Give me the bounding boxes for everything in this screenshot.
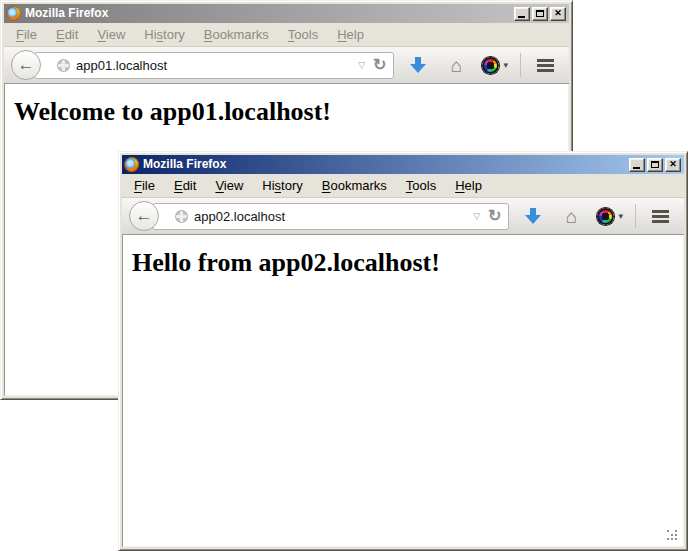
home-button[interactable]: ⌂ (557, 201, 585, 231)
back-arrow-icon: ← (18, 56, 35, 73)
back-arrow-icon: ← (136, 207, 153, 224)
url-dropdown-icon[interactable]: ▽ (473, 212, 480, 221)
toolbar-separator (520, 53, 521, 77)
color-wheel-icon (597, 208, 614, 225)
window-controls: ✕ (514, 7, 566, 21)
page-content: Hello from app02.localhost! (122, 235, 684, 547)
extension-button[interactable]: ▾ (595, 201, 625, 231)
maximize-icon (651, 161, 659, 168)
menu-view[interactable]: View (207, 176, 251, 195)
titlebar[interactable]: Mozilla Firefox ✕ (4, 4, 569, 23)
hamburger-icon (537, 59, 554, 72)
back-button[interactable]: ← (129, 201, 159, 231)
window-title: Mozilla Firefox (143, 155, 625, 174)
menu-edit[interactable]: Edit (48, 25, 86, 44)
globe-icon (175, 210, 188, 223)
download-arrow-icon (410, 64, 426, 73)
menu-history[interactable]: History (254, 176, 310, 195)
menu-bookmarks[interactable]: Bookmarks (196, 25, 277, 44)
menubar: File Edit View History Bookmarks Tools H… (122, 174, 684, 197)
menu-button[interactable] (531, 50, 559, 80)
menu-tools[interactable]: Tools (280, 25, 326, 44)
close-button[interactable]: ✕ (665, 158, 681, 172)
window-controls: ✕ (629, 158, 681, 172)
minimize-icon (633, 167, 640, 169)
url-bar[interactable]: app02.localhost ▽ ↻ (152, 203, 509, 230)
color-wheel-icon (482, 57, 499, 74)
download-button[interactable] (404, 50, 432, 80)
menu-file[interactable]: File (8, 25, 45, 44)
globe-icon (57, 59, 70, 72)
minimize-button[interactable] (514, 7, 530, 21)
menu-view[interactable]: View (89, 25, 133, 44)
resize-grip[interactable] (667, 530, 681, 544)
menu-bookmarks[interactable]: Bookmarks (314, 176, 395, 195)
caret-down-icon: ▾ (618, 212, 623, 221)
reload-icon[interactable]: ↻ (488, 208, 501, 224)
menu-tools[interactable]: Tools (398, 176, 444, 195)
menu-help[interactable]: Help (329, 25, 372, 44)
minimize-icon (518, 16, 525, 18)
maximize-button[interactable] (647, 158, 663, 172)
page-heading: Hello from app02.localhost! (132, 248, 683, 278)
navigation-toolbar: ← app01.localhost ▽ ↻ ⌂ ▾ (4, 46, 569, 84)
navigation-toolbar: ← app02.localhost ▽ ↻ ⌂ ▾ (122, 197, 684, 235)
close-icon: ✕ (554, 9, 562, 18)
home-icon: ⌂ (566, 207, 577, 226)
maximize-button[interactable] (532, 7, 548, 21)
caret-down-icon: ▾ (503, 61, 508, 70)
url-text[interactable]: app01.localhost (76, 58, 358, 73)
firefox-window-app02: Mozilla Firefox ✕ File Edit View History… (118, 151, 688, 551)
home-button[interactable]: ⌂ (442, 50, 470, 80)
maximize-icon (536, 10, 544, 17)
url-bar[interactable]: app01.localhost ▽ ↻ (34, 52, 394, 79)
menu-file[interactable]: File (126, 176, 163, 195)
download-arrow-icon (525, 215, 541, 224)
window-title: Mozilla Firefox (25, 4, 510, 23)
firefox-icon (124, 157, 139, 172)
hamburger-icon (652, 210, 669, 223)
close-button[interactable]: ✕ (550, 7, 566, 21)
url-text[interactable]: app02.localhost (194, 209, 473, 224)
menu-edit[interactable]: Edit (166, 176, 204, 195)
reload-icon[interactable]: ↻ (373, 57, 386, 73)
close-icon: ✕ (669, 160, 677, 169)
menu-button[interactable] (646, 201, 674, 231)
toolbar-separator (635, 204, 636, 228)
menubar: File Edit View History Bookmarks Tools H… (4, 23, 569, 46)
menu-help[interactable]: Help (447, 176, 490, 195)
minimize-button[interactable] (629, 158, 645, 172)
url-dropdown-icon[interactable]: ▽ (358, 61, 365, 70)
download-button[interactable] (519, 201, 547, 231)
extension-button[interactable]: ▾ (480, 50, 510, 80)
back-button[interactable]: ← (11, 50, 41, 80)
home-icon: ⌂ (451, 56, 462, 75)
firefox-icon (6, 6, 21, 21)
titlebar[interactable]: Mozilla Firefox ✕ (122, 155, 684, 174)
menu-history[interactable]: History (136, 25, 192, 44)
page-heading: Welcome to app01.localhost! (14, 97, 568, 127)
